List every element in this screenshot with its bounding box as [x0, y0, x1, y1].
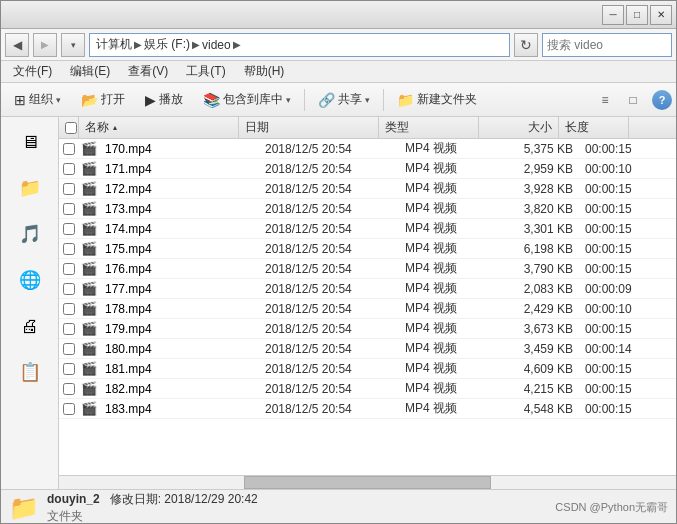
sidebar-icon-printer[interactable]: 🖨: [9, 305, 51, 347]
col-header-date[interactable]: 日期: [239, 117, 379, 138]
row-checkbox-1[interactable]: [59, 159, 79, 178]
table-row[interactable]: 🎬 178.mp4 2018/12/5 20:54 MP4 视频 2,429 K…: [59, 299, 676, 319]
maximize-button[interactable]: □: [626, 5, 648, 25]
play-button[interactable]: ▶ 播放: [136, 86, 192, 114]
sidebar-icon-clipboard[interactable]: 📋: [9, 351, 51, 393]
row-checkbox-3[interactable]: [59, 199, 79, 218]
row-type-3: MP4 视频: [399, 199, 499, 218]
row-size-3: 3,820 KB: [499, 199, 579, 218]
row-size-6: 3,790 KB: [499, 259, 579, 278]
row-size-10: 3,459 KB: [499, 339, 579, 358]
col-header-type[interactable]: 类型: [379, 117, 479, 138]
sidebar-icon-computer[interactable]: 🖥: [9, 121, 51, 163]
row-size-11: 4,609 KB: [499, 359, 579, 378]
row-date-12: 2018/12/5 20:54: [259, 379, 399, 398]
back-button[interactable]: ◀: [5, 33, 29, 57]
file-list[interactable]: 🎬 170.mp4 2018/12/5 20:54 MP4 视频 5,375 K…: [59, 139, 676, 475]
row-name-10: 180.mp4: [99, 339, 259, 358]
organize-icon: ⊞: [14, 92, 26, 108]
row-icon-1: 🎬: [79, 159, 99, 178]
organize-button[interactable]: ⊞ 组织 ▾: [5, 86, 70, 114]
search-input[interactable]: [543, 38, 677, 52]
address-path-box[interactable]: 计算机 ▶ 娱乐 (F:) ▶ video ▶: [89, 33, 510, 57]
table-row[interactable]: 🎬 181.mp4 2018/12/5 20:54 MP4 视频 4,609 K…: [59, 359, 676, 379]
col-header-duration[interactable]: 长度: [559, 117, 629, 138]
table-row[interactable]: 🎬 179.mp4 2018/12/5 20:54 MP4 视频 3,673 K…: [59, 319, 676, 339]
row-name-5: 175.mp4: [99, 239, 259, 258]
row-checkbox-9[interactable]: [59, 319, 79, 338]
path-segment-drive[interactable]: 娱乐 (F:): [144, 36, 190, 53]
table-row[interactable]: 🎬 170.mp4 2018/12/5 20:54 MP4 视频 5,375 K…: [59, 139, 676, 159]
sidebar-icon-network[interactable]: 🌐: [9, 259, 51, 301]
play-label: 播放: [159, 91, 183, 108]
row-icon-10: 🎬: [79, 339, 99, 358]
h-scroll-thumb[interactable]: [244, 476, 491, 489]
views-button[interactable]: ≡: [592, 87, 618, 113]
row-checkbox-5[interactable]: [59, 239, 79, 258]
row-checkbox-2[interactable]: [59, 179, 79, 198]
sidebar-icon-music[interactable]: 🎵: [9, 213, 51, 255]
menu-file[interactable]: 文件(F): [5, 61, 60, 82]
search-box: 🔍: [542, 33, 672, 57]
table-row[interactable]: 🎬 183.mp4 2018/12/5 20:54 MP4 视频 4,548 K…: [59, 399, 676, 419]
row-type-4: MP4 视频: [399, 219, 499, 238]
table-row[interactable]: 🎬 175.mp4 2018/12/5 20:54 MP4 视频 6,198 K…: [59, 239, 676, 259]
row-checkbox-6[interactable]: [59, 259, 79, 278]
table-row[interactable]: 🎬 172.mp4 2018/12/5 20:54 MP4 视频 3,928 K…: [59, 179, 676, 199]
row-date-13: 2018/12/5 20:54: [259, 399, 399, 418]
row-type-9: MP4 视频: [399, 319, 499, 338]
refresh-button[interactable]: ↻: [514, 33, 538, 57]
status-folder-icon: 📁: [9, 494, 39, 522]
minimize-button[interactable]: ─: [602, 5, 624, 25]
row-checkbox-13[interactable]: [59, 399, 79, 418]
row-date-1: 2018/12/5 20:54: [259, 159, 399, 178]
menu-tools[interactable]: 工具(T): [178, 61, 233, 82]
menu-view[interactable]: 查看(V): [120, 61, 176, 82]
include-button[interactable]: 📚 包含到库中 ▾: [194, 86, 300, 114]
path-separator-3: ▶: [233, 39, 241, 50]
table-row[interactable]: 🎬 171.mp4 2018/12/5 20:54 MP4 视频 2,959 K…: [59, 159, 676, 179]
row-date-6: 2018/12/5 20:54: [259, 259, 399, 278]
sidebar-icon-folder[interactable]: 📁: [9, 167, 51, 209]
row-date-11: 2018/12/5 20:54: [259, 359, 399, 378]
row-checkbox-12[interactable]: [59, 379, 79, 398]
table-row[interactable]: 🎬 176.mp4 2018/12/5 20:54 MP4 视频 3,790 K…: [59, 259, 676, 279]
horizontal-scrollbar[interactable]: [59, 475, 676, 489]
select-all-checkbox[interactable]: [65, 122, 77, 134]
table-row[interactable]: 🎬 173.mp4 2018/12/5 20:54 MP4 视频 3,820 K…: [59, 199, 676, 219]
table-row[interactable]: 🎬 174.mp4 2018/12/5 20:54 MP4 视频 3,301 K…: [59, 219, 676, 239]
row-name-9: 179.mp4: [99, 319, 259, 338]
row-checkbox-11[interactable]: [59, 359, 79, 378]
row-checkbox-8[interactable]: [59, 299, 79, 318]
share-button[interactable]: 🔗 共享 ▾: [309, 86, 379, 114]
preview-button[interactable]: □: [620, 87, 646, 113]
menu-help[interactable]: 帮助(H): [236, 61, 293, 82]
row-name-4: 174.mp4: [99, 219, 259, 238]
table-row[interactable]: 🎬 177.mp4 2018/12/5 20:54 MP4 视频 2,083 K…: [59, 279, 676, 299]
table-row[interactable]: 🎬 182.mp4 2018/12/5 20:54 MP4 视频 4,215 K…: [59, 379, 676, 399]
row-date-5: 2018/12/5 20:54: [259, 239, 399, 258]
row-checkbox-10[interactable]: [59, 339, 79, 358]
path-segment-folder[interactable]: video: [202, 38, 231, 52]
recent-locations-button[interactable]: ▾: [61, 33, 85, 57]
row-name-7: 177.mp4: [99, 279, 259, 298]
new-folder-button[interactable]: 📁 新建文件夹: [388, 86, 486, 114]
col-header-check[interactable]: [59, 117, 79, 138]
path-segment-computer[interactable]: 计算机: [96, 36, 132, 53]
row-duration-8: 00:00:10: [579, 299, 649, 318]
open-button[interactable]: 📂 打开: [72, 86, 134, 114]
row-date-10: 2018/12/5 20:54: [259, 339, 399, 358]
table-row[interactable]: 🎬 180.mp4 2018/12/5 20:54 MP4 视频 3,459 K…: [59, 339, 676, 359]
row-checkbox-0[interactable]: [59, 139, 79, 158]
help-button[interactable]: ?: [652, 90, 672, 110]
sidebar: 🖥 📁 🎵 🌐 🖨 📋: [1, 117, 59, 489]
close-button[interactable]: ✕: [650, 5, 672, 25]
menu-edit[interactable]: 编辑(E): [62, 61, 118, 82]
row-checkbox-7[interactable]: [59, 279, 79, 298]
col-header-size[interactable]: 大小: [479, 117, 559, 138]
row-checkbox-4[interactable]: [59, 219, 79, 238]
row-size-4: 3,301 KB: [499, 219, 579, 238]
forward-button[interactable]: ▶: [33, 33, 57, 57]
col-header-name[interactable]: 名称 ▴: [79, 117, 239, 138]
row-date-2: 2018/12/5 20:54: [259, 179, 399, 198]
